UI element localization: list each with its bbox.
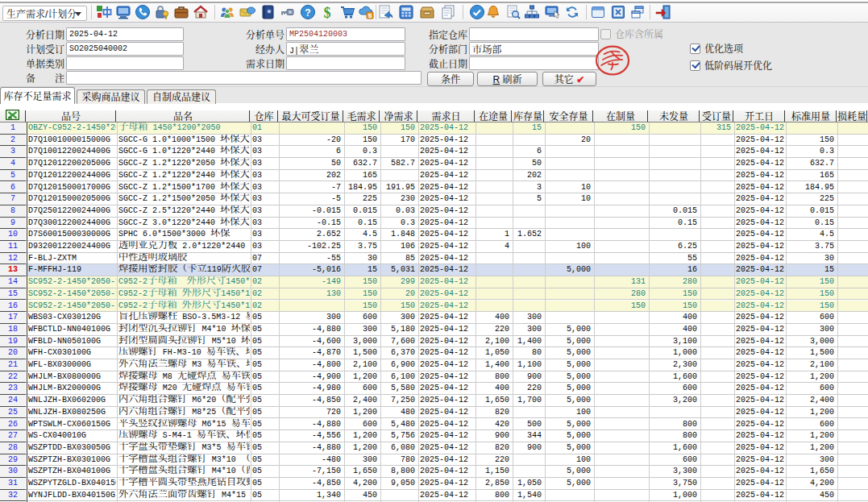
svg-text:?: ? [305, 7, 310, 19]
svg-text:$: $ [324, 5, 331, 20]
svg-text:$: $ [368, 12, 372, 19]
